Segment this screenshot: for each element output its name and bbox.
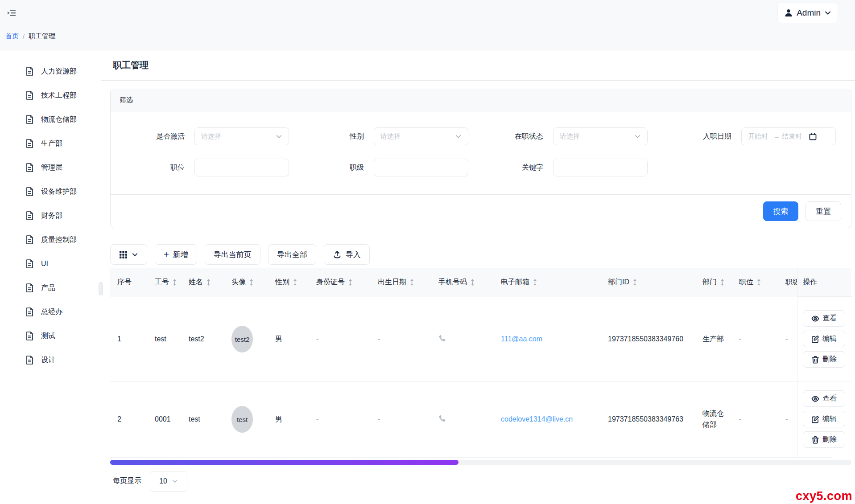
add-button[interactable]: + 新增 <box>155 244 197 265</box>
sort-icon[interactable] <box>249 279 254 286</box>
edit-button[interactable]: 编辑 <box>803 411 845 427</box>
main-content: 职工管理 筛选 是否激活 请选择 <box>101 50 855 504</box>
sidebar-item-label: 测试 <box>41 332 55 341</box>
document-icon <box>25 235 34 244</box>
sort-icon[interactable] <box>172 279 177 286</box>
row-actions: 查看 编辑 删除 <box>797 381 851 457</box>
document-icon <box>25 67 34 76</box>
col-emp-no[interactable]: 工号 <box>148 268 182 297</box>
sidebar-item-label: 财务部 <box>41 211 62 221</box>
filter-card: 筛选 是否激活 请选择 性别 <box>110 89 851 228</box>
sort-icon[interactable] <box>533 279 537 286</box>
site-watermark: cxy5.com <box>796 489 852 503</box>
column-settings-button[interactable] <box>110 244 147 265</box>
breadcrumb-current: 职工管理 <box>29 32 55 41</box>
sort-icon[interactable] <box>720 279 725 286</box>
sidebar-item-ui[interactable]: UI <box>0 252 101 276</box>
sort-icon[interactable] <box>632 279 637 286</box>
sidebar-item-gm-office[interactable]: 总经办 <box>0 300 101 324</box>
sidebar-resize-handle[interactable] <box>99 282 103 295</box>
page-title: 职工管理 <box>113 59 149 71</box>
sidebar-item-equipment[interactable]: 设备维护部 <box>0 180 101 204</box>
document-icon <box>25 211 34 220</box>
email-link[interactable]: 111@aa.com <box>501 335 542 343</box>
cell-emp-no: test <box>148 297 182 381</box>
sort-icon[interactable] <box>470 279 475 286</box>
sidebar-item-label: 设计 <box>41 356 55 365</box>
col-avatar[interactable]: 头像 <box>224 268 268 297</box>
keyword-input[interactable] <box>553 159 648 176</box>
cell-birthday: - <box>371 297 431 381</box>
export-current-page-button[interactable]: 导出当前页 <box>205 244 260 265</box>
cell-avatar: test <box>224 381 268 457</box>
breadcrumb-home-link[interactable]: 首页 <box>5 32 19 41</box>
search-button[interactable]: 搜索 <box>763 201 798 221</box>
sidebar-item-label: 总经办 <box>41 307 62 317</box>
col-gender[interactable]: 性别 <box>268 268 309 297</box>
sort-icon[interactable] <box>409 279 414 286</box>
actions-column: 操作 查看 编辑 删除 <box>797 268 851 457</box>
sort-icon[interactable] <box>348 279 353 286</box>
cell-id-card: - <box>309 381 371 457</box>
sidebar-item-label: UI <box>41 260 48 268</box>
sidebar-collapse-button[interactable] <box>5 7 18 19</box>
import-button[interactable]: 导入 <box>324 244 370 265</box>
delete-button[interactable]: 删除 <box>803 351 845 368</box>
position-input[interactable] <box>194 159 289 176</box>
delete-button[interactable]: 删除 <box>803 431 845 448</box>
chevron-down-icon <box>132 251 138 258</box>
app-header: Admin 首页 / 职工管理 <box>0 0 855 50</box>
view-button[interactable]: 查看 <box>803 390 845 407</box>
sidebar-item-production[interactable]: 生产部 <box>0 131 101 156</box>
sidebar-item-product[interactable]: 产品 <box>0 276 101 300</box>
sidebar-item-logistics[interactable]: 物流仓储部 <box>0 107 101 131</box>
edit-button[interactable]: 编辑 <box>803 331 845 347</box>
sidebar-item-design[interactable]: 设计 <box>0 348 101 372</box>
table-row: 1 test test2 test2 男 - - 111@aa.com <box>110 297 832 381</box>
sidebar-item-finance[interactable]: 财务部 <box>0 204 101 228</box>
sidebar-item-management[interactable]: 管理层 <box>0 156 101 180</box>
chevron-down-icon <box>455 133 462 140</box>
export-all-button[interactable]: 导出全部 <box>268 244 316 265</box>
document-icon <box>25 163 34 172</box>
view-button[interactable]: 查看 <box>803 310 845 327</box>
cell-id-card: - <box>309 297 371 381</box>
gender-select[interactable]: 请选择 <box>374 127 468 145</box>
employee-table: 序号 工号 姓名 头像 性别 身份证号 出生日期 手机号码 电子邮箱 部门ID <box>110 268 851 458</box>
sort-icon[interactable] <box>293 279 297 286</box>
col-birthday[interactable]: 出生日期 <box>371 268 431 297</box>
active-select[interactable]: 请选择 <box>194 127 289 145</box>
sort-icon[interactable] <box>206 279 211 286</box>
avatar: test <box>231 406 253 433</box>
status-select[interactable]: 请选择 <box>553 127 648 145</box>
sidebar-item-label: 物流仓储部 <box>41 115 77 124</box>
col-phone[interactable]: 手机号码 <box>431 268 494 297</box>
col-position[interactable]: 职位 <box>732 268 778 297</box>
sidebar-item-engineering[interactable]: 技术工程部 <box>0 83 101 107</box>
page-size-select[interactable]: 10 <box>150 471 187 492</box>
grade-input[interactable] <box>374 159 468 176</box>
eye-icon <box>811 395 819 403</box>
horizontal-scrollbar-thumb[interactable] <box>110 460 458 465</box>
hire-date-range-picker[interactable]: 开始时 – 结束时 <box>741 127 836 145</box>
cell-position: - <box>732 381 778 457</box>
sidebar-item-quality[interactable]: 质量控制部 <box>0 228 101 252</box>
col-actions: 操作 <box>797 268 851 297</box>
sidebar-item-hr[interactable]: 人力资源部 <box>0 59 101 83</box>
reset-button[interactable]: 重置 <box>805 201 841 221</box>
sidebar-item-test[interactable]: 测试 <box>0 324 101 348</box>
col-dept[interactable]: 部门 <box>695 268 732 297</box>
sidebar-item-label: 生产部 <box>41 139 62 148</box>
document-icon <box>25 187 34 196</box>
sidebar-item-label: 技术工程部 <box>41 91 77 100</box>
user-menu-button[interactable]: Admin <box>778 3 838 23</box>
email-link[interactable]: codelove1314@live.cn <box>501 415 573 423</box>
col-name[interactable]: 姓名 <box>182 268 224 297</box>
col-id-card[interactable]: 身份证号 <box>309 268 371 297</box>
sidebar: 人力资源部 技术工程部 物流仓储部 生产部 管理层 设备维护部 <box>0 50 101 504</box>
cell-dept-id: 1973718550383349760 <box>601 297 695 381</box>
status-filter-label: 在职状态 <box>515 132 543 141</box>
col-dept-id[interactable]: 部门ID <box>601 268 695 297</box>
col-email[interactable]: 电子邮箱 <box>494 268 601 297</box>
sort-icon[interactable] <box>756 279 761 286</box>
